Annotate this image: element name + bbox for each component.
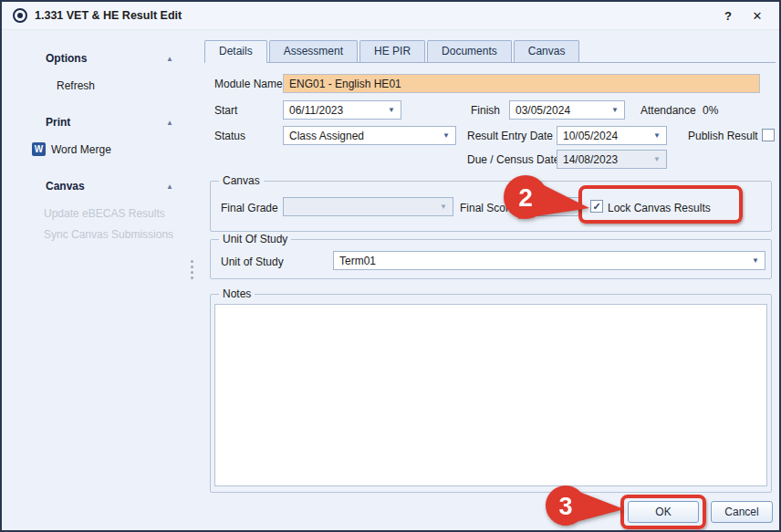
app-icon	[13, 8, 27, 23]
attendance-value: 0%	[703, 104, 718, 117]
start-date-combo[interactable]: 06/11/2023 ▼	[283, 100, 401, 120]
sidebar-item-word-merge[interactable]: W Word Merge	[32, 142, 197, 156]
notes-input[interactable]	[214, 304, 767, 486]
dropdown-arrow-icon[interactable]: ▼	[752, 256, 759, 265]
tab-documents[interactable]: Documents	[427, 40, 512, 62]
sidebar: Options ▲ Refresh Print ▲ W Word Merge C…	[4, 30, 197, 241]
tab-bar: Details Assessment HE PIR Documents Canv…	[204, 40, 579, 63]
sidebar-item-word-merge-label: Word Merge	[51, 143, 111, 156]
result-entry-date-label: Result Entry Date	[467, 130, 553, 142]
cancel-button[interactable]: Cancel	[711, 501, 773, 523]
due-census-date-value: 14/08/2023	[563, 153, 650, 166]
vet-he-result-edit-dialog: 1.331 VET & HE Result Edit ? ✕ Options ▲…	[0, 0, 781, 532]
status-value: Class Assigned	[289, 130, 439, 142]
unit-of-study-label: Unit of Study	[221, 256, 284, 268]
sidebar-item-sync-canvas-submissions: Sync Canvas Submissions	[44, 228, 197, 241]
module-name-value: ENG01 - English HE01	[289, 78, 754, 90]
unit-of-study-value: Term01	[339, 255, 748, 267]
finish-label: Finish	[471, 104, 500, 117]
unit-of-study-combo[interactable]: Term01 ▼	[333, 251, 765, 270]
annotation-step3-number: 3	[558, 493, 572, 520]
dropdown-arrow-icon: ▼	[440, 203, 447, 211]
collapse-arrow-icon[interactable]: ▲	[166, 55, 173, 63]
annotation-step2-number: 2	[518, 183, 533, 212]
tab-he-pir[interactable]: HE PIR	[359, 40, 425, 62]
finish-date-combo[interactable]: 03/05/2024 ▼	[509, 100, 625, 120]
due-census-date-combo: 14/08/2023 ▼	[557, 150, 667, 169]
notes-group-title: Notes	[219, 287, 255, 300]
finish-date-value: 03/05/2024	[515, 104, 608, 117]
collapse-arrow-icon[interactable]: ▲	[166, 183, 173, 191]
dropdown-arrow-icon[interactable]: ▼	[611, 106, 619, 114]
sidebar-item-refresh[interactable]: Refresh	[57, 79, 197, 92]
module-name-label: Module Name	[214, 78, 283, 90]
final-grade-label: Final Grade	[221, 202, 278, 214]
annotation-arrow-step3: 3	[544, 483, 628, 532]
annotation-highlight-ok	[620, 495, 706, 529]
dropdown-arrow-icon[interactable]: ▼	[443, 131, 450, 140]
annotation-arrow-step2: 2	[502, 173, 593, 228]
help-icon[interactable]: ?	[717, 9, 739, 23]
dropdown-arrow-icon[interactable]: ▼	[388, 106, 395, 114]
publish-result-label: Publish Result	[688, 130, 758, 142]
sidebar-section-canvas[interactable]: Canvas ▲	[46, 180, 173, 193]
sidebar-section-options-title: Options	[46, 52, 87, 65]
publish-result-checkbox[interactable]	[762, 129, 775, 141]
close-icon[interactable]: ✕	[746, 9, 768, 23]
result-entry-date-combo[interactable]: 10/05/2024 ▼	[557, 126, 667, 145]
sidebar-item-update-ebecas-results: Update eBECAS Results	[44, 207, 197, 220]
result-entry-date-value: 10/05/2024	[563, 130, 650, 142]
tab-assessment[interactable]: Assessment	[269, 40, 358, 62]
tab-canvas[interactable]: Canvas	[514, 40, 580, 62]
sidebar-section-options[interactable]: Options ▲	[46, 52, 173, 65]
dropdown-arrow-icon[interactable]: ▼	[653, 131, 661, 140]
collapse-arrow-icon[interactable]: ▲	[166, 119, 173, 127]
annotation-highlight-lock-canvas	[578, 185, 743, 224]
status-label: Status	[214, 130, 245, 142]
unit-of-study-group-title: Unit Of Study	[219, 233, 291, 245]
sidebar-section-canvas-title: Canvas	[46, 180, 85, 193]
due-census-date-label: Due / Census Date	[467, 153, 559, 166]
sidebar-section-print[interactable]: Print ▲	[46, 116, 173, 129]
titlebar[interactable]: 1.331 VET & HE Result Edit ? ✕	[2, 2, 779, 30]
start-date-value: 06/11/2023	[289, 104, 384, 117]
sidebar-section-print-title: Print	[46, 116, 70, 129]
tab-details[interactable]: Details	[204, 40, 267, 63]
module-name-field[interactable]: ENG01 - English HE01	[283, 74, 760, 93]
dropdown-arrow-icon: ▼	[653, 155, 661, 163]
status-combo[interactable]: Class Assigned ▼	[283, 126, 456, 145]
word-icon: W	[32, 142, 46, 156]
start-label: Start	[214, 104, 237, 117]
canvas-group-title: Canvas	[219, 174, 264, 187]
splitter-grip[interactable]	[191, 260, 193, 279]
final-grade-combo: ▼	[283, 197, 453, 216]
attendance-label: Attendance	[640, 104, 696, 117]
window-title: 1.331 VET & HE Result Edit	[35, 9, 182, 22]
